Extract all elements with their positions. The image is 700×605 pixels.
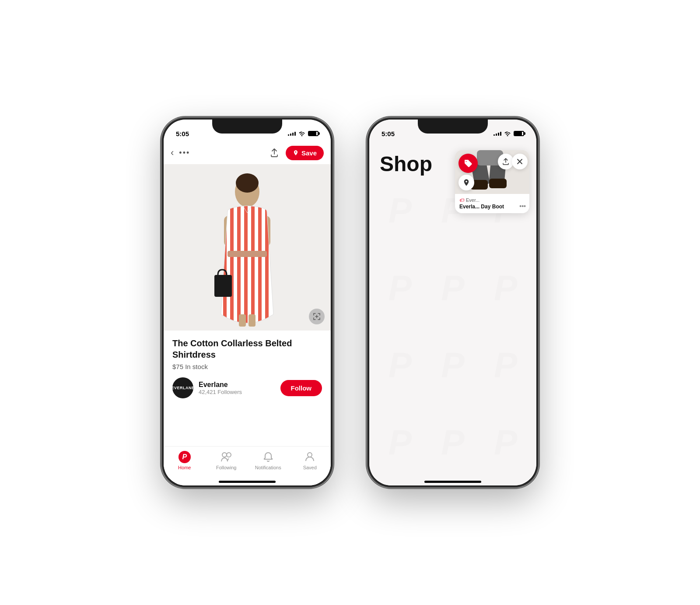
product-card-info: 🏷 Ever... ••• Everla... Day Boot <box>455 194 529 213</box>
svg-rect-24 <box>489 179 507 188</box>
save-label: Save <box>301 149 317 157</box>
product-title: The Cotton Collarless Belted Shirtdress <box>172 338 322 360</box>
product-card-image <box>455 150 529 194</box>
bottom-navigation: P Home Following <box>164 446 331 485</box>
following-icon <box>220 451 232 463</box>
signal-icon <box>288 132 296 136</box>
pin-icon-2 <box>462 179 470 186</box>
phone-2: 5:05 <box>368 118 538 487</box>
expand-icon <box>313 313 321 320</box>
source-tag-icon: 🏷 <box>459 197 464 203</box>
svg-rect-14 <box>239 314 246 327</box>
brand-details: Everlane 42,421 Followers <box>199 381 242 395</box>
save-button[interactable]: Save <box>286 146 324 160</box>
saved-person-icon <box>304 451 315 463</box>
close-icon <box>517 158 523 165</box>
pinterest-logo-icon: P <box>178 451 191 463</box>
shop-screen: P P P P P P P P P P P P Shop <box>369 141 536 485</box>
status-time-2: 5:05 <box>382 130 395 137</box>
pin-icon <box>293 150 299 156</box>
share-icon <box>270 148 279 158</box>
battery-icon-2 <box>514 131 524 136</box>
status-time: 5:05 <box>176 130 189 137</box>
notch <box>212 120 282 134</box>
bell-icon <box>262 451 274 463</box>
wifi-icon-2 <box>504 131 511 136</box>
product-image <box>164 164 331 331</box>
product-price: $75 In stock <box>172 363 322 370</box>
brand-row: EVERLANE Everlane 42,421 Followers Follo… <box>172 377 322 398</box>
navigation-bar: ‹ ••• Save <box>164 141 331 164</box>
tag-icon <box>464 159 472 168</box>
share-icon-2 <box>502 158 509 165</box>
source-name: Ever... <box>466 197 480 203</box>
svg-rect-9 <box>244 206 248 323</box>
expand-button[interactable] <box>309 309 325 324</box>
svg-rect-7 <box>230 206 234 323</box>
svg-point-19 <box>308 453 312 457</box>
product-info: The Cotton Collarless Belted Shirtdress … <box>164 331 331 405</box>
svg-rect-8 <box>237 206 241 323</box>
status-icons <box>288 131 318 136</box>
nav-item-notifications[interactable]: Notifications <box>247 451 289 470</box>
card-close-button[interactable] <box>512 154 528 169</box>
nav-item-saved[interactable]: Saved <box>289 451 331 470</box>
share-button[interactable] <box>266 145 282 161</box>
brand-name: Everlane <box>199 381 242 389</box>
svg-rect-16 <box>214 275 232 297</box>
svg-point-18 <box>227 453 231 457</box>
card-tag-button[interactable] <box>458 154 478 173</box>
nav-label-saved: Saved <box>303 465 317 470</box>
brand-avatar-text: EVERLANE <box>172 386 195 390</box>
home-indicator-2 <box>424 481 481 483</box>
svg-point-1 <box>236 173 259 193</box>
background-pattern: P P P P P P P P P P P P <box>369 168 536 485</box>
notch-2 <box>418 120 488 134</box>
follow-button[interactable]: Follow <box>280 380 322 396</box>
battery-icon <box>308 131 318 136</box>
more-options-button[interactable]: ••• <box>179 148 190 158</box>
product-card[interactable]: 🏷 Ever... ••• Everla... Day Boot <box>455 150 529 213</box>
back-button[interactable]: ‹ <box>171 147 174 158</box>
wifi-icon <box>298 131 305 136</box>
svg-point-17 <box>222 453 227 457</box>
nav-item-home[interactable]: P Home <box>164 451 206 470</box>
status-icons-2 <box>494 131 524 136</box>
nav-label-notifications: Notifications <box>255 465 281 470</box>
card-share-button[interactable] <box>498 154 514 169</box>
nav-label-home: Home <box>178 465 191 470</box>
card-pin-button[interactable] <box>458 175 474 190</box>
brand-followers: 42,421 Followers <box>199 389 242 395</box>
home-indicator <box>219 481 276 483</box>
phone-1: 5:05 ‹ <box>162 118 332 487</box>
product-card-name: Everla... Day Boot <box>459 204 525 210</box>
nav-label-following: Following <box>216 465 236 470</box>
svg-rect-15 <box>248 314 256 327</box>
svg-rect-13 <box>228 251 267 257</box>
svg-rect-10 <box>251 206 255 323</box>
dress-illustration <box>201 165 293 330</box>
brand-avatar[interactable]: EVERLANE <box>172 377 193 398</box>
signal-icon-2 <box>494 132 501 136</box>
nav-item-following[interactable]: Following <box>206 451 248 470</box>
card-options-button[interactable]: ••• <box>519 203 526 210</box>
svg-rect-11 <box>258 206 262 323</box>
